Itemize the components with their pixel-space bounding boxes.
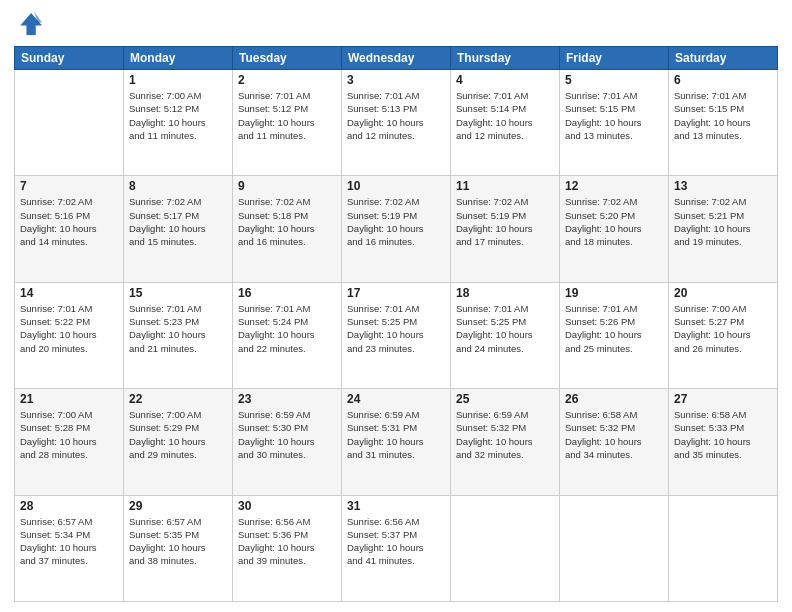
day-cell: 10Sunrise: 7:02 AMSunset: 5:19 PMDayligh… <box>342 176 451 282</box>
day-cell: 15Sunrise: 7:01 AMSunset: 5:23 PMDayligh… <box>124 282 233 388</box>
col-header-wednesday: Wednesday <box>342 47 451 70</box>
day-number: 3 <box>347 73 445 87</box>
logo <box>14 10 46 38</box>
day-info: Sunrise: 7:01 AMSunset: 5:14 PMDaylight:… <box>456 89 554 142</box>
day-number: 18 <box>456 286 554 300</box>
day-info: Sunrise: 6:57 AMSunset: 5:34 PMDaylight:… <box>20 515 118 568</box>
day-number: 29 <box>129 499 227 513</box>
calendar-header-row: SundayMondayTuesdayWednesdayThursdayFrid… <box>15 47 778 70</box>
day-number: 14 <box>20 286 118 300</box>
day-info: Sunrise: 7:00 AMSunset: 5:12 PMDaylight:… <box>129 89 227 142</box>
day-cell: 2Sunrise: 7:01 AMSunset: 5:12 PMDaylight… <box>233 70 342 176</box>
day-cell: 6Sunrise: 7:01 AMSunset: 5:15 PMDaylight… <box>669 70 778 176</box>
day-info: Sunrise: 7:02 AMSunset: 5:16 PMDaylight:… <box>20 195 118 248</box>
col-header-friday: Friday <box>560 47 669 70</box>
week-row-1: 1Sunrise: 7:00 AMSunset: 5:12 PMDaylight… <box>15 70 778 176</box>
day-number: 1 <box>129 73 227 87</box>
day-cell: 20Sunrise: 7:00 AMSunset: 5:27 PMDayligh… <box>669 282 778 388</box>
day-number: 11 <box>456 179 554 193</box>
col-header-tuesday: Tuesday <box>233 47 342 70</box>
day-cell: 21Sunrise: 7:00 AMSunset: 5:28 PMDayligh… <box>15 389 124 495</box>
day-number: 15 <box>129 286 227 300</box>
page: SundayMondayTuesdayWednesdayThursdayFrid… <box>0 0 792 612</box>
day-cell <box>560 495 669 601</box>
calendar-table: SundayMondayTuesdayWednesdayThursdayFrid… <box>14 46 778 602</box>
day-number: 7 <box>20 179 118 193</box>
day-cell: 9Sunrise: 7:02 AMSunset: 5:18 PMDaylight… <box>233 176 342 282</box>
day-number: 12 <box>565 179 663 193</box>
day-info: Sunrise: 7:00 AMSunset: 5:29 PMDaylight:… <box>129 408 227 461</box>
day-info: Sunrise: 7:02 AMSunset: 5:20 PMDaylight:… <box>565 195 663 248</box>
day-cell: 7Sunrise: 7:02 AMSunset: 5:16 PMDaylight… <box>15 176 124 282</box>
day-number: 30 <box>238 499 336 513</box>
day-info: Sunrise: 7:00 AMSunset: 5:27 PMDaylight:… <box>674 302 772 355</box>
day-number: 31 <box>347 499 445 513</box>
day-cell: 26Sunrise: 6:58 AMSunset: 5:32 PMDayligh… <box>560 389 669 495</box>
day-cell: 13Sunrise: 7:02 AMSunset: 5:21 PMDayligh… <box>669 176 778 282</box>
day-cell: 3Sunrise: 7:01 AMSunset: 5:13 PMDaylight… <box>342 70 451 176</box>
day-number: 4 <box>456 73 554 87</box>
day-info: Sunrise: 7:01 AMSunset: 5:24 PMDaylight:… <box>238 302 336 355</box>
day-info: Sunrise: 7:01 AMSunset: 5:26 PMDaylight:… <box>565 302 663 355</box>
day-cell: 25Sunrise: 6:59 AMSunset: 5:32 PMDayligh… <box>451 389 560 495</box>
day-cell: 19Sunrise: 7:01 AMSunset: 5:26 PMDayligh… <box>560 282 669 388</box>
logo-icon <box>14 10 42 38</box>
day-info: Sunrise: 6:58 AMSunset: 5:33 PMDaylight:… <box>674 408 772 461</box>
day-info: Sunrise: 7:01 AMSunset: 5:25 PMDaylight:… <box>347 302 445 355</box>
day-number: 9 <box>238 179 336 193</box>
day-number: 28 <box>20 499 118 513</box>
day-number: 24 <box>347 392 445 406</box>
day-number: 16 <box>238 286 336 300</box>
day-number: 20 <box>674 286 772 300</box>
day-info: Sunrise: 6:58 AMSunset: 5:32 PMDaylight:… <box>565 408 663 461</box>
day-cell <box>15 70 124 176</box>
day-number: 23 <box>238 392 336 406</box>
day-number: 22 <box>129 392 227 406</box>
day-cell: 11Sunrise: 7:02 AMSunset: 5:19 PMDayligh… <box>451 176 560 282</box>
day-cell: 5Sunrise: 7:01 AMSunset: 5:15 PMDaylight… <box>560 70 669 176</box>
week-row-5: 28Sunrise: 6:57 AMSunset: 5:34 PMDayligh… <box>15 495 778 601</box>
day-info: Sunrise: 7:00 AMSunset: 5:28 PMDaylight:… <box>20 408 118 461</box>
col-header-thursday: Thursday <box>451 47 560 70</box>
day-cell: 24Sunrise: 6:59 AMSunset: 5:31 PMDayligh… <box>342 389 451 495</box>
day-number: 19 <box>565 286 663 300</box>
day-info: Sunrise: 7:02 AMSunset: 5:21 PMDaylight:… <box>674 195 772 248</box>
day-info: Sunrise: 6:59 AMSunset: 5:30 PMDaylight:… <box>238 408 336 461</box>
day-info: Sunrise: 7:02 AMSunset: 5:18 PMDaylight:… <box>238 195 336 248</box>
day-number: 27 <box>674 392 772 406</box>
day-cell: 12Sunrise: 7:02 AMSunset: 5:20 PMDayligh… <box>560 176 669 282</box>
day-cell: 1Sunrise: 7:00 AMSunset: 5:12 PMDaylight… <box>124 70 233 176</box>
day-number: 6 <box>674 73 772 87</box>
day-info: Sunrise: 7:01 AMSunset: 5:15 PMDaylight:… <box>565 89 663 142</box>
day-cell: 22Sunrise: 7:00 AMSunset: 5:29 PMDayligh… <box>124 389 233 495</box>
day-info: Sunrise: 7:01 AMSunset: 5:13 PMDaylight:… <box>347 89 445 142</box>
day-info: Sunrise: 6:59 AMSunset: 5:32 PMDaylight:… <box>456 408 554 461</box>
day-cell <box>669 495 778 601</box>
day-number: 2 <box>238 73 336 87</box>
day-info: Sunrise: 7:01 AMSunset: 5:22 PMDaylight:… <box>20 302 118 355</box>
week-row-3: 14Sunrise: 7:01 AMSunset: 5:22 PMDayligh… <box>15 282 778 388</box>
day-info: Sunrise: 7:02 AMSunset: 5:19 PMDaylight:… <box>347 195 445 248</box>
week-row-2: 7Sunrise: 7:02 AMSunset: 5:16 PMDaylight… <box>15 176 778 282</box>
day-cell: 18Sunrise: 7:01 AMSunset: 5:25 PMDayligh… <box>451 282 560 388</box>
day-number: 21 <box>20 392 118 406</box>
day-number: 10 <box>347 179 445 193</box>
day-info: Sunrise: 7:01 AMSunset: 5:15 PMDaylight:… <box>674 89 772 142</box>
day-number: 8 <box>129 179 227 193</box>
day-cell: 31Sunrise: 6:56 AMSunset: 5:37 PMDayligh… <box>342 495 451 601</box>
day-cell: 8Sunrise: 7:02 AMSunset: 5:17 PMDaylight… <box>124 176 233 282</box>
day-info: Sunrise: 6:56 AMSunset: 5:37 PMDaylight:… <box>347 515 445 568</box>
day-info: Sunrise: 7:02 AMSunset: 5:19 PMDaylight:… <box>456 195 554 248</box>
day-cell: 30Sunrise: 6:56 AMSunset: 5:36 PMDayligh… <box>233 495 342 601</box>
day-cell: 14Sunrise: 7:01 AMSunset: 5:22 PMDayligh… <box>15 282 124 388</box>
day-number: 26 <box>565 392 663 406</box>
day-number: 17 <box>347 286 445 300</box>
col-header-monday: Monday <box>124 47 233 70</box>
day-cell: 17Sunrise: 7:01 AMSunset: 5:25 PMDayligh… <box>342 282 451 388</box>
day-cell: 27Sunrise: 6:58 AMSunset: 5:33 PMDayligh… <box>669 389 778 495</box>
day-cell: 16Sunrise: 7:01 AMSunset: 5:24 PMDayligh… <box>233 282 342 388</box>
day-cell: 23Sunrise: 6:59 AMSunset: 5:30 PMDayligh… <box>233 389 342 495</box>
day-cell <box>451 495 560 601</box>
day-info: Sunrise: 7:01 AMSunset: 5:25 PMDaylight:… <box>456 302 554 355</box>
day-number: 5 <box>565 73 663 87</box>
